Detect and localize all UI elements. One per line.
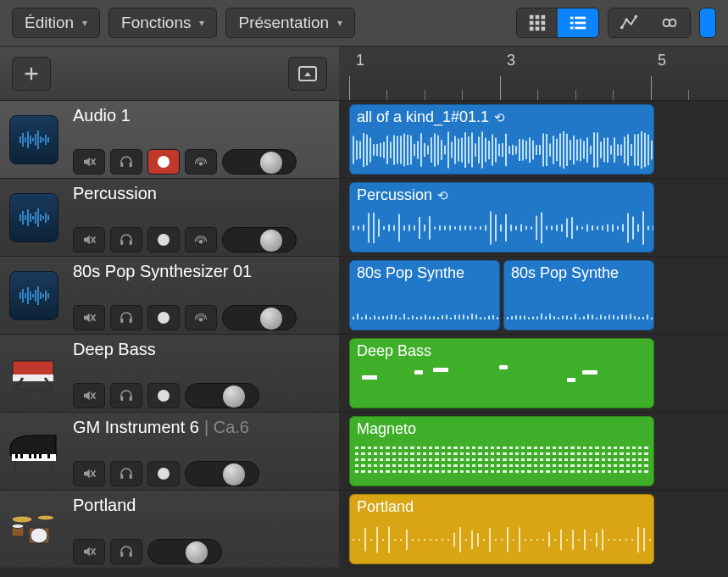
svg-rect-53 bbox=[130, 241, 132, 245]
pan-slider[interactable] bbox=[185, 383, 259, 408]
pan-knob[interactable] bbox=[260, 230, 282, 252]
region[interactable]: Magneto bbox=[349, 416, 654, 486]
mute-button[interactable] bbox=[73, 305, 105, 330]
pan-knob[interactable] bbox=[223, 386, 245, 408]
svg-rect-8 bbox=[542, 27, 546, 31]
extra-button[interactable] bbox=[700, 8, 715, 37]
solo-button[interactable] bbox=[110, 227, 142, 252]
record-button[interactable] bbox=[147, 461, 180, 486]
input-monitor-button[interactable] bbox=[185, 227, 217, 252]
record-button[interactable] bbox=[147, 383, 180, 408]
list-view-button[interactable] bbox=[558, 8, 598, 37]
view-mode-segment bbox=[516, 8, 599, 38]
track-header[interactable]: GM Instrument 6| Ca.6 bbox=[0, 413, 339, 491]
mute-button[interactable] bbox=[73, 461, 105, 486]
input-icon bbox=[193, 310, 208, 325]
svg-rect-103 bbox=[120, 552, 123, 557]
functions-menu[interactable]: Fonctions ▾ bbox=[108, 8, 217, 38]
solo-button[interactable] bbox=[110, 149, 142, 175]
pan-knob[interactable] bbox=[260, 308, 282, 330]
edit-menu[interactable]: Édition ▾ bbox=[12, 8, 100, 38]
solo-button[interactable] bbox=[110, 461, 142, 486]
solo-button[interactable] bbox=[110, 539, 142, 564]
track-icon bbox=[0, 413, 68, 490]
mute-button[interactable] bbox=[73, 383, 105, 408]
region[interactable]: all of a kind_1#01.1⟲ bbox=[349, 104, 654, 175]
region-label: Deep Bass bbox=[357, 342, 431, 360]
track-header[interactable]: Deep Bass bbox=[0, 335, 339, 413]
svg-rect-9 bbox=[570, 17, 574, 19]
solo-button[interactable] bbox=[110, 383, 142, 408]
mute-button[interactable] bbox=[73, 149, 105, 175]
list-icon bbox=[569, 14, 587, 32]
pan-slider[interactable] bbox=[222, 227, 297, 252]
headphones-icon bbox=[119, 154, 134, 169]
region-row: Portland bbox=[339, 491, 728, 569]
region[interactable]: Portland bbox=[349, 494, 654, 564]
region[interactable]: Deep Bass bbox=[349, 338, 654, 408]
functions-menu-label: Fonctions bbox=[121, 14, 191, 32]
mute-button[interactable] bbox=[73, 227, 105, 252]
pan-slider[interactable] bbox=[222, 149, 297, 175]
pan-slider[interactable] bbox=[222, 305, 297, 330]
region-label: 80s Pop Synthe bbox=[357, 264, 464, 282]
pan-knob[interactable] bbox=[260, 152, 282, 174]
region[interactable]: 80s Pop Synthe bbox=[349, 260, 500, 330]
mute-button[interactable] bbox=[73, 539, 105, 564]
presentation-menu[interactable]: Présentation ▾ bbox=[225, 8, 355, 38]
svg-rect-5 bbox=[542, 21, 546, 25]
svg-rect-70 bbox=[120, 319, 123, 323]
svg-point-17 bbox=[634, 15, 637, 19]
track-header-toolbar bbox=[0, 47, 339, 101]
svg-point-98 bbox=[31, 528, 47, 543]
svg-rect-35 bbox=[130, 163, 132, 167]
solo-button[interactable] bbox=[110, 305, 142, 330]
mute-icon bbox=[81, 154, 97, 169]
track-icon bbox=[0, 257, 68, 334]
region[interactable]: 80s Pop Synthe bbox=[503, 260, 654, 330]
track-icon bbox=[0, 101, 68, 178]
input-monitor-button[interactable] bbox=[185, 149, 217, 175]
extra-segment bbox=[699, 8, 716, 38]
pan-knob[interactable] bbox=[223, 463, 245, 485]
track-icon bbox=[0, 491, 68, 568]
record-button[interactable] bbox=[147, 305, 180, 330]
loop-icon: ⟲ bbox=[437, 188, 448, 203]
svg-point-36 bbox=[199, 162, 203, 166]
chevron-down-icon: ▾ bbox=[337, 17, 342, 29]
track-name: 80s Pop Synthesizer 01 bbox=[73, 262, 332, 281]
add-track-button[interactable] bbox=[12, 57, 51, 91]
automation-curve-button[interactable] bbox=[609, 8, 649, 37]
loop-button[interactable] bbox=[649, 8, 690, 37]
record-button[interactable] bbox=[147, 227, 180, 252]
headphones-icon bbox=[119, 466, 134, 481]
region[interactable]: Percussion⟲ bbox=[349, 182, 654, 252]
ruler-mark: 1 bbox=[356, 52, 364, 69]
track-header[interactable]: Audio 1 bbox=[0, 101, 339, 179]
svg-rect-13 bbox=[570, 27, 574, 30]
svg-rect-83 bbox=[15, 454, 18, 458]
input-monitor-button[interactable] bbox=[185, 305, 217, 330]
track-header[interactable]: 80s Pop Synthesizer 01 bbox=[0, 257, 339, 335]
track-icon bbox=[0, 179, 68, 256]
region-row: 80s Pop Synthe80s Pop Synthe bbox=[339, 257, 728, 335]
collapse-button[interactable] bbox=[288, 57, 327, 91]
track-header[interactable]: Portland bbox=[0, 491, 339, 569]
presentation-menu-label: Présentation bbox=[238, 14, 329, 32]
track-header[interactable]: Percussion bbox=[0, 179, 339, 257]
automation-icon bbox=[620, 14, 638, 32]
ruler-mark: 5 bbox=[658, 52, 666, 69]
plus-icon bbox=[22, 64, 41, 83]
track-name: Deep Bass bbox=[73, 340, 332, 359]
pan-knob[interactable] bbox=[186, 541, 208, 563]
svg-rect-7 bbox=[536, 27, 540, 31]
svg-point-72 bbox=[199, 318, 203, 322]
arrangement-area[interactable]: all of a kind_1#01.1⟲Percussion⟲80s Pop … bbox=[339, 101, 728, 569]
pan-slider[interactable] bbox=[147, 539, 222, 564]
chevron-down-icon: ▾ bbox=[82, 17, 87, 29]
grid-view-button[interactable] bbox=[517, 8, 558, 37]
svg-rect-88 bbox=[47, 454, 50, 458]
timeline-ruler[interactable]: 1 3 5 bbox=[339, 47, 728, 101]
pan-slider[interactable] bbox=[185, 461, 259, 486]
record-button[interactable] bbox=[147, 149, 180, 175]
